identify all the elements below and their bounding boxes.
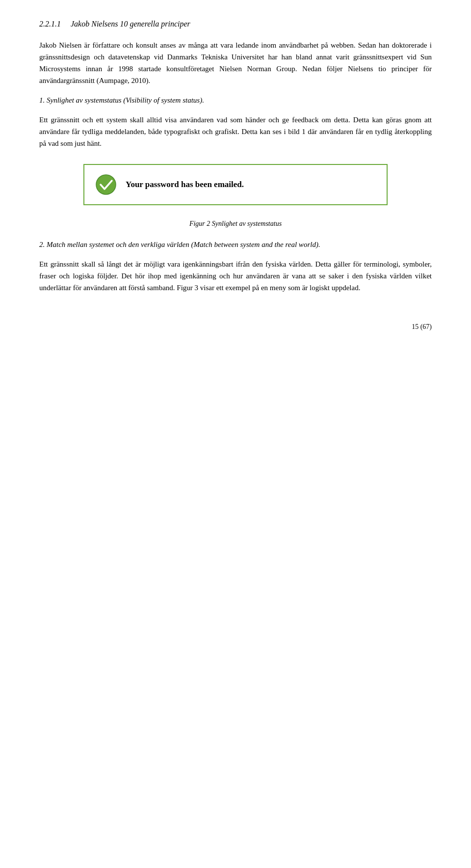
section-title: Jakob Nielsens 10 generella principer bbox=[71, 20, 190, 28]
section-number: 2.2.1.1 bbox=[39, 20, 61, 28]
page-number: 15 (67) bbox=[39, 323, 432, 331]
svg-point-0 bbox=[96, 175, 116, 194]
section-heading: 2.2.1.1 Jakob Nielsens 10 generella prin… bbox=[39, 20, 432, 28]
point-1-heading: 1. Synlighet av systemstatus (Visibility… bbox=[39, 96, 204, 104]
paragraph-2: Ett gränssnitt och ett system skall allt… bbox=[39, 114, 432, 149]
subheading-1: 1. Synlighet av systemstatus (Visibility… bbox=[39, 94, 432, 106]
figure-password-notification: Your password has been emailed. bbox=[83, 164, 388, 205]
subheading-2: 2. Match mellan systemet och den verklig… bbox=[39, 239, 432, 250]
figure-caption: Figur 2 Synlighet av systemstatus bbox=[39, 220, 432, 228]
figure-message-text: Your password has been emailed. bbox=[126, 180, 244, 190]
point-2-heading: 2. Match mellan systemet och den verklig… bbox=[39, 241, 320, 248]
paragraph-3: Ett gränssnitt skall så långt det är möj… bbox=[39, 258, 432, 294]
check-icon bbox=[95, 174, 117, 195]
paragraph-1: Jakob Nielsen är författare och konsult … bbox=[39, 39, 432, 86]
